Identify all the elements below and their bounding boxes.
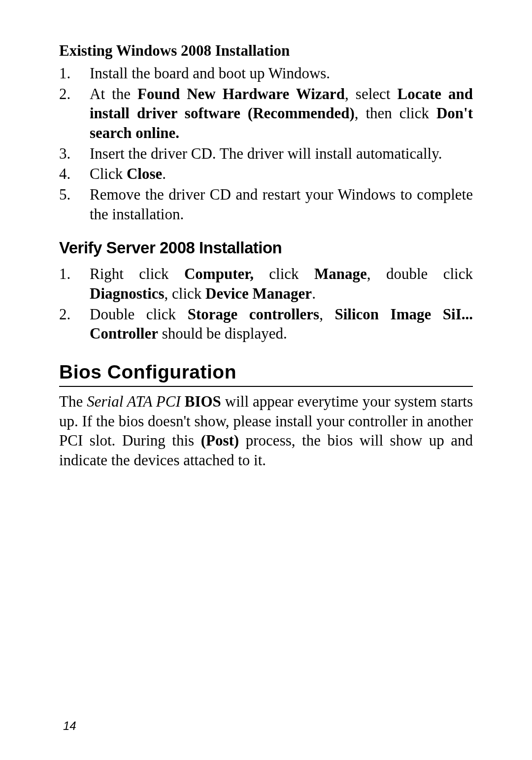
list-item: 3. Insert the driver CD. The driver will… [59,144,473,164]
list-text: Double click Storage controllers, Silico… [90,305,473,344]
list-number: 3. [59,144,90,164]
page-number: 14 [63,719,76,733]
list-item: 5. Remove the driver CD and restart your… [59,185,473,224]
list-item: 2. At the Found New Hardware Wizard, sel… [59,84,473,143]
list-item: 1. Right click Computer, click Manage, d… [59,264,473,303]
verify-server-heading: Verify Server 2008 Installation [59,239,473,257]
list-item: 4. Click Close. [59,164,473,184]
list-number: 1. [59,264,90,303]
list-item: 1. Install the board and boot up Windows… [59,64,473,83]
list-text: Right click Computer, click Manage, doub… [90,264,473,303]
list-number: 4. [59,164,90,184]
list-number: 5. [59,185,90,224]
list-text: Insert the driver CD. The driver will in… [90,144,473,164]
list-number: 2. [59,84,90,143]
list-number: 2. [59,305,90,344]
list-text: Install the board and boot up Windows. [90,64,473,83]
list-text: Click Close. [90,164,473,184]
list-number: 1. [59,64,90,83]
existing-windows-heading: Existing Windows 2008 Installation [59,42,473,60]
bios-config-heading: Bios Configuration [59,361,473,387]
list-item: 2. Double click Storage controllers, Sil… [59,305,473,344]
bios-paragraph: The Serial ATA PCI BIOS will appear ever… [59,392,473,470]
list-text: At the Found New Hardware Wizard, select… [90,84,473,143]
list-text: Remove the driver CD and restart your Wi… [90,185,473,224]
